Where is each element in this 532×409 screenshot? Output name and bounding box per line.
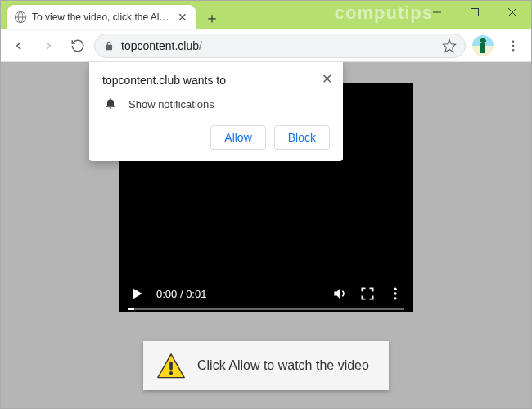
toolbar: topcontent.club/ bbox=[1, 29, 531, 62]
volume-icon[interactable] bbox=[331, 285, 348, 302]
back-button[interactable] bbox=[6, 33, 32, 59]
browser-tab[interactable]: To view the video, click the Allow ✕ bbox=[7, 5, 196, 29]
allow-instruction-box: Click Allow to watch the video bbox=[143, 341, 389, 390]
svg-point-9 bbox=[512, 44, 515, 47]
address-bar[interactable]: topcontent.club/ bbox=[94, 34, 466, 58]
permission-title: topcontent.club wants to bbox=[102, 74, 330, 87]
svg-marker-7 bbox=[444, 39, 456, 52]
menu-button[interactable] bbox=[500, 33, 526, 59]
bell-icon bbox=[104, 97, 117, 112]
bookmark-star-icon[interactable] bbox=[442, 38, 457, 53]
instruction-text: Click Allow to watch the video bbox=[197, 357, 369, 373]
maximize-button[interactable] bbox=[456, 1, 494, 24]
tab-title: To view the video, click the Allow bbox=[32, 11, 171, 23]
permission-buttons: Allow Block bbox=[102, 125, 330, 150]
globe-icon bbox=[14, 11, 27, 24]
lock-icon bbox=[103, 40, 115, 52]
block-button[interactable]: Block bbox=[274, 125, 330, 150]
url-text: topcontent.club/ bbox=[121, 39, 435, 52]
allow-button[interactable]: Allow bbox=[210, 125, 265, 150]
permission-item-label: Show notifications bbox=[128, 98, 214, 110]
page-content: 0:00 / 0:01 ✕ topcontent.club wants to S… bbox=[1, 62, 531, 408]
video-progress[interactable] bbox=[128, 308, 404, 310]
play-icon[interactable] bbox=[128, 285, 145, 302]
close-window-button[interactable] bbox=[494, 1, 531, 24]
close-tab-icon[interactable]: ✕ bbox=[176, 11, 189, 24]
video-more-icon[interactable] bbox=[387, 285, 404, 302]
new-tab-button[interactable]: ＋ bbox=[201, 7, 223, 29]
svg-rect-4 bbox=[471, 9, 479, 16]
reload-button[interactable] bbox=[65, 33, 91, 59]
profile-avatar[interactable] bbox=[472, 35, 494, 56]
svg-rect-16 bbox=[169, 362, 173, 371]
notification-permission-popup: ✕ topcontent.club wants to Show notifica… bbox=[89, 62, 343, 161]
svg-point-8 bbox=[512, 40, 515, 43]
warning-icon bbox=[156, 353, 186, 379]
url-path: / bbox=[199, 39, 202, 52]
window-controls bbox=[418, 1, 531, 24]
svg-point-14 bbox=[394, 297, 396, 299]
svg-point-12 bbox=[394, 288, 396, 290]
url-domain: topcontent.club bbox=[121, 39, 199, 52]
svg-point-13 bbox=[394, 292, 396, 294]
video-controls: 0:00 / 0:01 bbox=[119, 276, 413, 312]
titlebar: To view the video, click the Allow ✕ ＋ c… bbox=[1, 1, 531, 29]
forward-button[interactable] bbox=[35, 33, 61, 59]
svg-marker-11 bbox=[133, 288, 142, 299]
minimize-button[interactable] bbox=[418, 1, 456, 24]
svg-point-10 bbox=[512, 48, 515, 51]
fullscreen-icon[interactable] bbox=[359, 285, 376, 302]
close-icon[interactable]: ✕ bbox=[317, 69, 336, 88]
svg-point-17 bbox=[169, 371, 173, 375]
permission-item: Show notifications bbox=[102, 95, 330, 125]
video-time: 0:00 / 0:01 bbox=[156, 288, 206, 300]
